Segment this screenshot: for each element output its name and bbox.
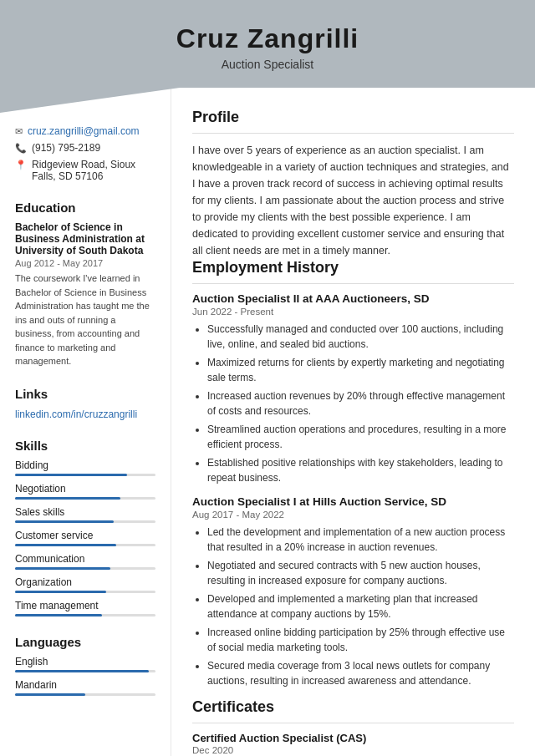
skill-bar-fill — [15, 567, 110, 570]
skill-bar-fill — [15, 591, 106, 593]
candidate-title: Auction Specialist — [17, 58, 518, 71]
list-item: Secured media coverage from 3 local news… — [207, 658, 514, 688]
skill-label: Negotiation — [15, 483, 155, 495]
profile-heading: Profile — [192, 109, 514, 126]
lang-bar-bg — [15, 693, 155, 696]
skills-section: Skills Bidding Negotiation Sales skills … — [15, 439, 155, 616]
main-content: Profile I have over 5 years of experienc… — [171, 88, 535, 756]
skills-list: Bidding Negotiation Sales skills Custome… — [15, 459, 155, 616]
skill-item: Negotiation — [15, 483, 155, 500]
skill-label: Organization — [15, 576, 155, 588]
employment-divider — [192, 283, 514, 284]
list-item: Negotiated and secured contracts with 5 … — [207, 558, 514, 588]
job-bullets: Led the development and implementation o… — [192, 525, 514, 688]
header: Cruz Zangrilli Auction Specialist — [0, 0, 535, 88]
education-title: Education — [15, 200, 155, 215]
skill-bar-bg — [15, 544, 155, 546]
contact-email: ✉ cruz.zangrilli@gmail.com — [15, 125, 155, 137]
cert-title: Certified Auction Specialist (CAS) — [192, 732, 514, 744]
list-item: Established positive relationships with … — [207, 455, 514, 485]
email-link[interactable]: cruz.zangrilli@gmail.com — [28, 125, 140, 137]
skill-item: Customer service — [15, 530, 155, 546]
job-bullets: Successfully managed and conducted over … — [192, 322, 514, 485]
skill-bar-fill — [15, 520, 114, 523]
skill-bar-bg — [15, 591, 155, 593]
skill-bar-bg — [15, 474, 155, 476]
links-section: Links linkedin.com/in/cruzzangrilli — [15, 387, 155, 420]
job-title: Auction Specialist I at Hills Auction Se… — [192, 495, 514, 508]
list-item: Developed and implemented a marketing pl… — [207, 591, 514, 622]
skill-label: Customer service — [15, 530, 155, 541]
list-item: Increased online bidding participation b… — [207, 625, 514, 655]
employment-heading: Employment History — [192, 259, 514, 277]
phone-icon: 📞 — [15, 143, 27, 154]
email-icon: ✉ — [15, 126, 23, 137]
certs-list: Certified Auction Specialist (CAS) Dec 2… — [192, 732, 514, 756]
sidebar: ✉ cruz.zangrilli@gmail.com 📞 (915) 795-2… — [0, 88, 171, 756]
language-item: Mandarin — [15, 679, 155, 696]
skill-label: Time management — [15, 600, 155, 611]
skill-item: Communication — [15, 553, 155, 570]
languages-list: English Mandarin — [15, 656, 155, 696]
lang-label: Mandarin — [15, 679, 155, 691]
languages-section: Languages English Mandarin — [15, 635, 155, 696]
job-dates: Jun 2022 - Present — [192, 307, 514, 317]
links-title: Links — [15, 387, 155, 401]
profile-divider — [192, 133, 514, 134]
job-title: Auction Specialist II at AAA Auctioneers… — [192, 292, 514, 305]
list-item: Successfully managed and conducted over … — [207, 322, 514, 352]
edu-description: The coursework I've learned in Bachelor … — [15, 271, 155, 368]
lang-label: English — [15, 656, 155, 667]
skill-item: Time management — [15, 600, 155, 616]
edu-dates: Aug 2012 - May 2017 — [15, 258, 155, 268]
job-dates: Aug 2017 - May 2022 — [192, 510, 514, 520]
skill-item: Bidding — [15, 459, 155, 476]
phone-text: (915) 795-2189 — [32, 142, 100, 154]
skill-label: Communication — [15, 553, 155, 565]
job-entry: Auction Specialist I at Hills Auction Se… — [192, 495, 514, 688]
location-icon: 📍 — [15, 160, 27, 170]
lang-bar-fill — [15, 670, 149, 672]
profile-section: Profile I have over 5 years of experienc… — [192, 109, 514, 259]
skill-bar-bg — [15, 567, 155, 570]
list-item: Streamlined auction operations and proce… — [207, 422, 514, 452]
skill-bar-fill — [15, 614, 102, 616]
skill-bar-bg — [15, 520, 155, 523]
linkedin-link[interactable]: linkedin.com/in/cruzzangrilli — [15, 408, 137, 420]
list-item: Increased auction revenues by 20% throug… — [207, 388, 514, 419]
skill-bar-bg — [15, 497, 155, 500]
certificates-divider — [192, 723, 514, 723]
skill-bar-fill — [15, 497, 120, 500]
contact-phone: 📞 (915) 795-2189 — [15, 142, 155, 154]
jobs-list: Auction Specialist II at AAA Auctioneers… — [192, 292, 514, 688]
list-item: Maximized returns for clients by expertl… — [207, 355, 514, 385]
skill-label: Bidding — [15, 459, 155, 471]
address-text: Ridgeview Road, Sioux Falls, SD 57106 — [32, 159, 155, 182]
candidate-name: Cruz Zangrilli — [17, 23, 518, 54]
cert-entry: Certified Auction Specialist (CAS) Dec 2… — [192, 732, 514, 755]
cert-date: Dec 2020 — [192, 745, 514, 755]
skills-title: Skills — [15, 439, 155, 453]
contact-section: ✉ cruz.zangrilli@gmail.com 📞 (915) 795-2… — [15, 125, 155, 182]
language-item: English — [15, 656, 155, 672]
skill-bar-bg — [15, 614, 155, 616]
lang-bar-fill — [15, 693, 85, 696]
main-layout: ✉ cruz.zangrilli@gmail.com 📞 (915) 795-2… — [0, 88, 535, 756]
skill-label: Sales skills — [15, 506, 155, 518]
skill-item: Organization — [15, 576, 155, 593]
list-item: Led the development and implementation o… — [207, 525, 514, 555]
skill-bar-fill — [15, 544, 116, 546]
education-section: Education Bachelor of Science in Busines… — [15, 200, 155, 368]
lang-bar-bg — [15, 670, 155, 672]
languages-title: Languages — [15, 635, 155, 649]
skill-item: Sales skills — [15, 506, 155, 523]
certificates-heading: Certificates — [192, 698, 514, 716]
edu-degree: Bachelor of Science in Business Administ… — [15, 221, 155, 256]
employment-section: Employment History Auction Specialist II… — [192, 259, 514, 688]
profile-text: I have over 5 years of experience as an … — [192, 142, 514, 259]
job-entry: Auction Specialist II at AAA Auctioneers… — [192, 292, 514, 485]
contact-address: 📍 Ridgeview Road, Sioux Falls, SD 57106 — [15, 159, 155, 182]
skill-bar-fill — [15, 474, 127, 476]
certificates-section: Certificates Certified Auction Specialis… — [192, 698, 514, 756]
